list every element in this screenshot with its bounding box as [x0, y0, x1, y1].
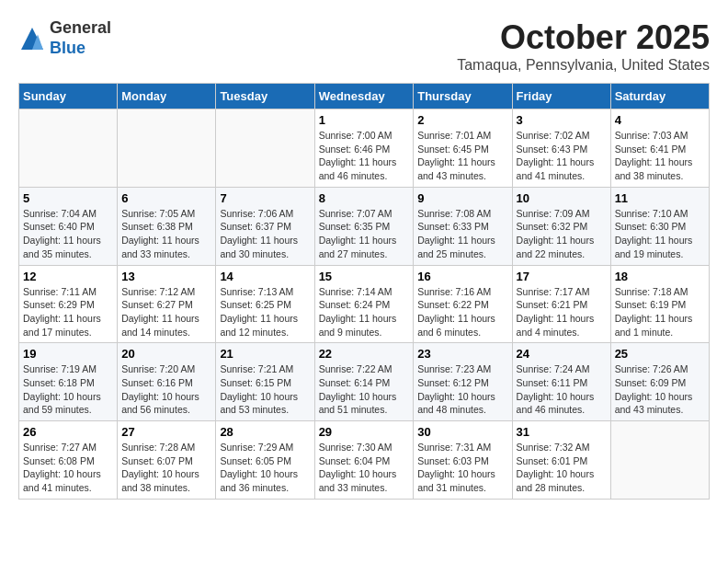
calendar-cell: 31Sunrise: 7:32 AM Sunset: 6:01 PM Dayli…	[512, 421, 610, 500]
calendar-week-5: 26Sunrise: 7:27 AM Sunset: 6:08 PM Dayli…	[19, 421, 710, 500]
weekday-header-wednesday: Wednesday	[314, 84, 414, 109]
day-info: Sunrise: 7:04 AM Sunset: 6:40 PM Dayligh…	[23, 207, 113, 261]
weekday-header-monday: Monday	[118, 84, 216, 109]
day-number: 9	[417, 191, 507, 205]
day-info: Sunrise: 7:20 AM Sunset: 6:16 PM Dayligh…	[121, 362, 211, 417]
day-number: 22	[319, 347, 410, 361]
day-number: 28	[220, 425, 310, 439]
logo-text: General Blue	[50, 18, 111, 58]
day-info: Sunrise: 7:16 AM Sunset: 6:22 PM Dayligh…	[417, 285, 507, 339]
day-info: Sunrise: 7:31 AM Sunset: 6:03 PM Dayligh…	[417, 441, 507, 495]
calendar-cell: 29Sunrise: 7:30 AM Sunset: 6:04 PM Dayli…	[314, 421, 414, 500]
day-info: Sunrise: 7:13 AM Sunset: 6:25 PM Dayligh…	[220, 285, 310, 339]
month-title: October 2025	[457, 18, 710, 57]
logo-icon	[18, 25, 46, 52]
day-info: Sunrise: 7:09 AM Sunset: 6:32 PM Dayligh…	[517, 207, 607, 261]
calendar-table: SundayMondayTuesdayWednesdayThursdayFrid…	[18, 83, 710, 500]
weekday-header-tuesday: Tuesday	[216, 84, 314, 109]
calendar-cell: 20Sunrise: 7:20 AM Sunset: 6:16 PM Dayli…	[118, 343, 216, 421]
day-info: Sunrise: 7:18 AM Sunset: 6:19 PM Dayligh…	[615, 285, 705, 339]
day-number: 10	[517, 191, 607, 205]
day-number: 12	[23, 270, 113, 283]
calendar-cell: 19Sunrise: 7:19 AM Sunset: 6:18 PM Dayli…	[19, 343, 118, 421]
day-info: Sunrise: 7:24 AM Sunset: 6:11 PM Dayligh…	[517, 362, 607, 417]
page-header: General Blue October 2025 Tamaqua, Penns…	[18, 18, 710, 74]
calendar-cell: 3Sunrise: 7:02 AM Sunset: 6:43 PM Daylig…	[512, 109, 610, 188]
day-number: 11	[615, 191, 705, 205]
calendar-cell: 2Sunrise: 7:01 AM Sunset: 6:45 PM Daylig…	[414, 109, 512, 188]
day-number: 1	[319, 113, 410, 127]
logo: General Blue	[18, 18, 111, 58]
day-number: 5	[23, 191, 113, 205]
day-info: Sunrise: 7:02 AM Sunset: 6:43 PM Dayligh…	[517, 129, 607, 183]
calendar-cell: 4Sunrise: 7:03 AM Sunset: 6:41 PM Daylig…	[610, 109, 709, 188]
weekday-header-thursday: Thursday	[414, 84, 512, 109]
day-info: Sunrise: 7:03 AM Sunset: 6:41 PM Dayligh…	[615, 129, 705, 183]
day-number: 13	[121, 270, 211, 283]
calendar-cell: 17Sunrise: 7:17 AM Sunset: 6:21 PM Dayli…	[512, 265, 610, 343]
day-info: Sunrise: 7:32 AM Sunset: 6:01 PM Dayligh…	[517, 441, 607, 495]
day-info: Sunrise: 7:01 AM Sunset: 6:45 PM Dayligh…	[417, 129, 507, 183]
day-number: 17	[517, 270, 607, 283]
calendar-cell: 12Sunrise: 7:11 AM Sunset: 6:29 PM Dayli…	[19, 265, 118, 343]
day-number: 20	[121, 347, 211, 361]
day-number: 6	[121, 191, 211, 205]
calendar-week-3: 12Sunrise: 7:11 AM Sunset: 6:29 PM Dayli…	[19, 265, 710, 343]
calendar-cell: 24Sunrise: 7:24 AM Sunset: 6:11 PM Dayli…	[512, 343, 610, 421]
day-info: Sunrise: 7:28 AM Sunset: 6:07 PM Dayligh…	[121, 441, 211, 495]
day-number: 29	[319, 425, 410, 439]
day-info: Sunrise: 7:22 AM Sunset: 6:14 PM Dayligh…	[319, 362, 410, 417]
day-info: Sunrise: 7:30 AM Sunset: 6:04 PM Dayligh…	[319, 441, 410, 495]
calendar-cell	[118, 109, 216, 188]
day-info: Sunrise: 7:07 AM Sunset: 6:35 PM Dayligh…	[319, 207, 410, 261]
calendar-cell: 22Sunrise: 7:22 AM Sunset: 6:14 PM Dayli…	[314, 343, 414, 421]
day-info: Sunrise: 7:17 AM Sunset: 6:21 PM Dayligh…	[517, 285, 607, 339]
day-info: Sunrise: 7:27 AM Sunset: 6:08 PM Dayligh…	[23, 441, 113, 495]
calendar-week-2: 5Sunrise: 7:04 AM Sunset: 6:40 PM Daylig…	[19, 187, 710, 265]
day-number: 18	[615, 270, 705, 283]
day-number: 30	[417, 425, 507, 439]
calendar-cell	[216, 109, 314, 188]
day-number: 23	[417, 347, 507, 361]
day-number: 14	[220, 270, 310, 283]
calendar-cell: 10Sunrise: 7:09 AM Sunset: 6:32 PM Dayli…	[512, 187, 610, 265]
day-info: Sunrise: 7:19 AM Sunset: 6:18 PM Dayligh…	[23, 362, 113, 417]
day-number: 3	[517, 113, 607, 127]
day-info: Sunrise: 7:21 AM Sunset: 6:15 PM Dayligh…	[220, 362, 310, 417]
calendar-cell: 28Sunrise: 7:29 AM Sunset: 6:05 PM Dayli…	[216, 421, 314, 500]
calendar-cell: 7Sunrise: 7:06 AM Sunset: 6:37 PM Daylig…	[216, 187, 314, 265]
calendar-cell: 5Sunrise: 7:04 AM Sunset: 6:40 PM Daylig…	[19, 187, 118, 265]
day-info: Sunrise: 7:14 AM Sunset: 6:24 PM Dayligh…	[319, 285, 410, 339]
day-info: Sunrise: 7:10 AM Sunset: 6:30 PM Dayligh…	[615, 207, 705, 261]
calendar-cell: 13Sunrise: 7:12 AM Sunset: 6:27 PM Dayli…	[118, 265, 216, 343]
day-number: 31	[517, 425, 607, 439]
calendar-cell: 1Sunrise: 7:00 AM Sunset: 6:46 PM Daylig…	[314, 109, 414, 188]
location: Tamaqua, Pennsylvania, United States	[457, 57, 710, 74]
day-info: Sunrise: 7:06 AM Sunset: 6:37 PM Dayligh…	[220, 207, 310, 261]
day-number: 7	[220, 191, 310, 205]
day-number: 26	[23, 425, 113, 439]
calendar-cell	[19, 109, 118, 188]
calendar-cell: 16Sunrise: 7:16 AM Sunset: 6:22 PM Dayli…	[414, 265, 512, 343]
day-info: Sunrise: 7:08 AM Sunset: 6:33 PM Dayligh…	[417, 207, 507, 261]
day-info: Sunrise: 7:05 AM Sunset: 6:38 PM Dayligh…	[121, 207, 211, 261]
calendar-cell: 26Sunrise: 7:27 AM Sunset: 6:08 PM Dayli…	[19, 421, 118, 500]
day-number: 8	[319, 191, 410, 205]
day-number: 19	[23, 347, 113, 361]
day-number: 4	[615, 113, 705, 127]
day-number: 24	[517, 347, 607, 361]
day-number: 15	[319, 270, 410, 283]
calendar-cell: 9Sunrise: 7:08 AM Sunset: 6:33 PM Daylig…	[414, 187, 512, 265]
day-info: Sunrise: 7:26 AM Sunset: 6:09 PM Dayligh…	[615, 362, 705, 417]
day-info: Sunrise: 7:29 AM Sunset: 6:05 PM Dayligh…	[220, 441, 310, 495]
calendar-cell: 15Sunrise: 7:14 AM Sunset: 6:24 PM Dayli…	[314, 265, 414, 343]
calendar-week-1: 1Sunrise: 7:00 AM Sunset: 6:46 PM Daylig…	[19, 109, 710, 188]
calendar-cell: 6Sunrise: 7:05 AM Sunset: 6:38 PM Daylig…	[118, 187, 216, 265]
day-number: 16	[417, 270, 507, 283]
calendar-cell: 11Sunrise: 7:10 AM Sunset: 6:30 PM Dayli…	[610, 187, 709, 265]
day-info: Sunrise: 7:23 AM Sunset: 6:12 PM Dayligh…	[417, 362, 507, 417]
day-number: 2	[417, 113, 507, 127]
calendar-week-4: 19Sunrise: 7:19 AM Sunset: 6:18 PM Dayli…	[19, 343, 710, 421]
day-info: Sunrise: 7:11 AM Sunset: 6:29 PM Dayligh…	[23, 285, 113, 339]
weekday-header-friday: Friday	[512, 84, 610, 109]
